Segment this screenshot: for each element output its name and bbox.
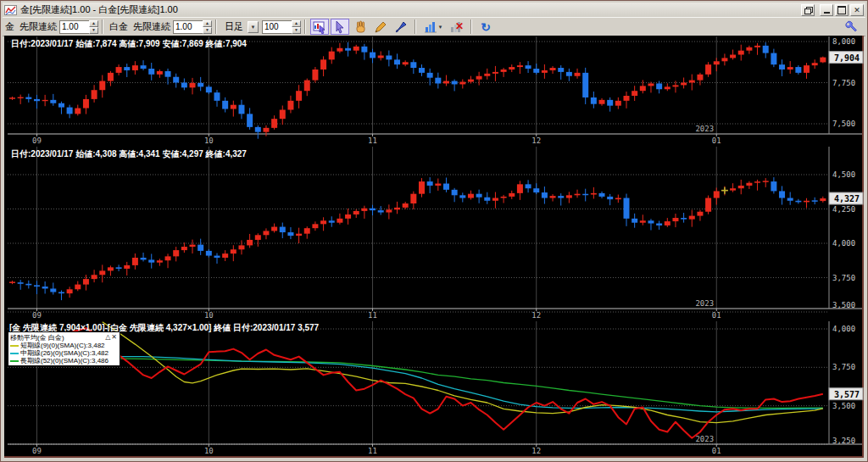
svg-text:3,500: 3,500 xyxy=(832,402,855,410)
svg-text:11: 11 xyxy=(368,136,377,145)
svg-text:4,000: 4,000 xyxy=(832,239,855,248)
charts-canvas[interactable]: 09101112018,0007,7507,50020237,904091011… xyxy=(1,1,868,462)
svg-text:4,327: 4,327 xyxy=(834,194,860,203)
svg-text:2023: 2023 xyxy=(695,125,714,133)
svg-text:3,577: 3,577 xyxy=(834,390,860,399)
svg-text:7,904: 7,904 xyxy=(834,53,860,63)
svg-text:12: 12 xyxy=(531,447,541,455)
long-ma-label: 長期線(52)(0)(SMA)(C):3,486 xyxy=(20,356,108,365)
svg-text:12: 12 xyxy=(531,136,541,145)
svg-text:09: 09 xyxy=(32,136,42,145)
svg-text:7,500: 7,500 xyxy=(832,120,855,128)
svg-text:3,750: 3,750 xyxy=(832,363,855,371)
legend-row-long-ma: 長期線(52)(0)(SMA)(C):3,486 xyxy=(10,357,118,365)
gold-chart-header: 日付:2023/01/17 始値:7,874 高値:7,909 安値:7,869… xyxy=(11,38,247,50)
svg-text:3,750: 3,750 xyxy=(832,274,855,282)
legend-collapse-close-buttons[interactable]: △✕ xyxy=(105,333,118,342)
svg-text:10: 10 xyxy=(204,136,214,145)
chart-window: 金[先限連続]1.00 - 白金[先限連続]1.00 ✕ 金 先限連続 1.00… xyxy=(0,0,868,462)
svg-text:8,000: 8,000 xyxy=(832,37,855,46)
mid-ma-swatch xyxy=(10,353,19,354)
long-ma-swatch xyxy=(10,360,19,362)
svg-text:4,000: 4,000 xyxy=(832,325,855,333)
moving-average-legend[interactable]: 移動平均(金 白金) △✕ 短期線(9)(0)(SMA)(C):3,482 中期… xyxy=(8,331,120,366)
svg-text:09: 09 xyxy=(32,447,42,455)
svg-text:11: 11 xyxy=(368,447,377,455)
svg-text:7,750: 7,750 xyxy=(832,79,855,87)
svg-text:01: 01 xyxy=(712,136,721,145)
platinum-chart-header: 日付:2023/01/17 始値:4,308 高値:4,341 安値:4,297… xyxy=(11,148,247,160)
short-ma-swatch xyxy=(10,345,19,347)
svg-text:2023: 2023 xyxy=(695,435,714,443)
svg-text:01: 01 xyxy=(712,447,721,455)
svg-text:4,500: 4,500 xyxy=(832,170,855,179)
svg-text:10: 10 xyxy=(204,447,214,455)
svg-text:4,250: 4,250 xyxy=(832,205,855,214)
svg-text:2023: 2023 xyxy=(695,299,714,308)
